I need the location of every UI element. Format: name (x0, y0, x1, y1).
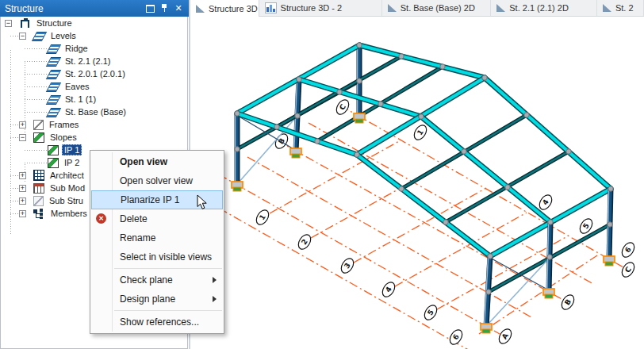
panel-title-bar: Structure ✕ (0, 0, 189, 17)
connection-node (419, 114, 424, 119)
tree-item-label: St. 1 (1) (63, 94, 98, 105)
tree-item-eaves[interactable]: Eaves (1, 80, 187, 93)
menu-separator (114, 310, 222, 311)
connection-node (337, 90, 342, 94)
connection-node (357, 43, 362, 48)
archgrid-icon (33, 170, 44, 181)
tree-item-slopes[interactable]: −Slopes (1, 131, 187, 144)
menu-item-show-references-[interactable]: Show references... (90, 313, 224, 332)
beam-member (359, 45, 485, 78)
tab-st-2[interactable]: St. 2 (597, 0, 644, 16)
tree-item-label: St. 2.0.1 (2.0.1) (63, 68, 128, 79)
collapse-icon[interactable]: − (19, 134, 26, 141)
base-plate-footing (482, 329, 490, 333)
tab-st-2-1-2-1-2d[interactable]: St. 2.1 (2.1) 2D (491, 0, 597, 16)
tree-item-label: St. Base (Base) (63, 106, 128, 117)
tree-item-label: Levels (48, 30, 79, 41)
connection-node (235, 111, 240, 116)
tab-label: Structure 3D - 2 (281, 3, 343, 13)
close-icon[interactable]: ✕ (173, 4, 184, 13)
slopes-icon (48, 158, 59, 168)
drawing-icon (496, 4, 505, 12)
beam-member (421, 117, 550, 222)
expand-icon[interactable]: + (19, 198, 26, 205)
grid-label-3: 3 (339, 256, 356, 275)
connection-node (608, 186, 613, 191)
tab-structure-3d-2[interactable]: Structure 3D - 2 (259, 0, 382, 16)
connection-node (443, 220, 448, 224)
grid-label-6: 6 (447, 328, 465, 347)
tree-item-ridge[interactable]: Ridge (1, 42, 187, 55)
tree-item-st-2-0-1-2-0-1-[interactable]: St. 2.0.1 (2.0.1) (1, 67, 187, 80)
collapse-icon[interactable]: − (5, 20, 12, 27)
expand-icon[interactable]: + (19, 185, 26, 192)
maximize-icon[interactable] (144, 4, 155, 13)
beam-member (485, 78, 611, 189)
tab-label: St. 2.1 (2.1) 2D (509, 3, 569, 13)
grid-label-A: A (496, 327, 514, 346)
document-tab-bar: Structure 3D✕Structure 3D - 2St. Base (B… (190, 0, 644, 17)
tab-structure-3d[interactable]: Structure 3D✕ (190, 0, 259, 17)
tree-item-label: Members (48, 208, 90, 219)
menu-item-delete[interactable]: ✕Delete (90, 209, 224, 228)
menu-item-label: Design plane (120, 293, 175, 305)
tab-label: Structure 3D (209, 4, 258, 13)
base-plate-footing (292, 154, 300, 158)
menu-item-check-plane[interactable]: Check plane (90, 270, 224, 290)
tree-item-structure[interactable]: −Structure (1, 17, 187, 29)
connection-node (486, 290, 491, 294)
menu-item-open-view[interactable]: Open view (90, 152, 224, 171)
menu-item-planarize-ip-1[interactable]: Planarize IP 1 (91, 190, 223, 209)
beam-member (357, 155, 490, 256)
menu-item-rename[interactable]: Rename (90, 228, 224, 247)
grid-label-4: 4 (537, 193, 554, 212)
menu-item-open-solver-view[interactable]: Open solver view (90, 171, 224, 190)
menu-item-design-plane[interactable]: Design plane (90, 290, 224, 309)
slopes-icon (33, 132, 44, 143)
grid-axis-line (190, 192, 471, 349)
3d-viewport[interactable]: 1234561456BCABC (190, 17, 644, 349)
drawing-icon (388, 4, 397, 12)
tree-item-st-1-1-[interactable]: St. 1 (1) (1, 93, 187, 105)
connection-node (548, 220, 553, 224)
tree-item-levels[interactable]: −Levels (1, 29, 187, 42)
connection-node (399, 186, 404, 191)
expand-icon[interactable]: + (19, 210, 26, 217)
tree-item-st-2-1-2-1-[interactable]: St. 2.1 (2.1) (1, 55, 187, 67)
connection-node (355, 152, 359, 157)
tree-item-st-base-base-[interactable]: St. Base (Base) (1, 105, 187, 118)
levels-icon (33, 31, 45, 41)
delete-icon: ✕ (96, 213, 106, 224)
connection-node (505, 185, 510, 190)
menu-item-label: Check plane (120, 274, 173, 286)
expand-icon[interactable]: + (19, 121, 26, 128)
submenu-arrow-icon (213, 296, 217, 302)
grid-label-C: C (334, 98, 351, 117)
menu-item-label: Select in visible views (120, 251, 212, 263)
slopes-icon (48, 145, 59, 155)
substruct-icon (33, 196, 44, 206)
menu-item-select-in-visible-views[interactable]: Select in visible views (90, 247, 224, 267)
grid-axis-line (340, 105, 623, 267)
tree-item-label: Architect (48, 170, 86, 181)
base-plate-footing (605, 262, 613, 266)
collapse-icon[interactable]: − (19, 33, 26, 40)
members-icon (33, 209, 45, 219)
base-plate-footing (545, 294, 553, 298)
tree-item-label: IP 1 (62, 144, 82, 155)
connection-node (297, 77, 301, 82)
tab-st-base-base-2d[interactable]: St. Base (Base) 2D (382, 0, 492, 16)
menu-item-label: Show references... (120, 316, 199, 328)
tree-item-label: Sub Mod (48, 182, 87, 194)
panel-title: Structure (5, 3, 141, 14)
pin-icon[interactable] (159, 4, 170, 13)
levels-icon (48, 107, 59, 117)
grid-label-1: 1 (254, 208, 271, 227)
connection-node (295, 113, 300, 118)
tree-item-frames[interactable]: +Frames (1, 118, 187, 131)
menu-item-label: Open view (120, 156, 167, 167)
connection-node (440, 64, 445, 69)
expand-icon[interactable]: + (19, 172, 26, 179)
drawing-icon (603, 4, 611, 12)
connection-node (378, 102, 383, 106)
